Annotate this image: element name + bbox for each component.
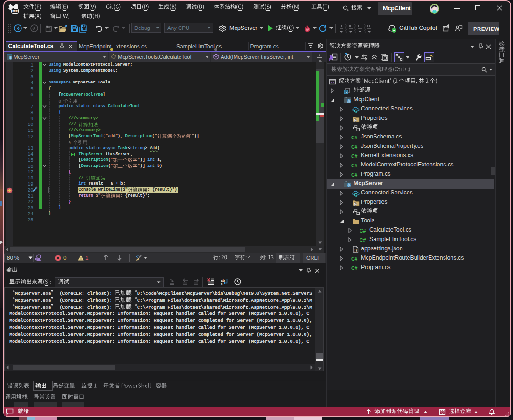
svg-text:c: c	[221, 282, 223, 285]
svg-text:{}: {}	[354, 248, 357, 252]
